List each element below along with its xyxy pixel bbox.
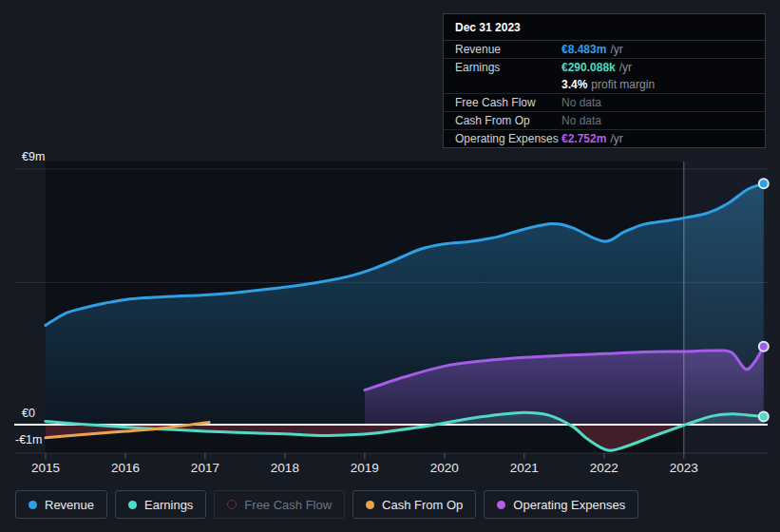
tooltip-suffix: /yr bbox=[610, 133, 622, 144]
tooltip-row-profit-margin: 3.4% profit margin bbox=[444, 76, 765, 93]
profit-margin-label: profit margin bbox=[591, 79, 655, 90]
tooltip-value: No data bbox=[561, 115, 601, 126]
chart-legend: Revenue Earnings Free Cash Flow Cash Fro… bbox=[15, 490, 638, 519]
tooltip-value: €2.752m bbox=[561, 133, 606, 144]
legend-label: Earnings bbox=[144, 498, 193, 512]
y-axis-label-bottom: -€1m bbox=[15, 433, 42, 446]
legend-label: Cash From Op bbox=[382, 498, 463, 512]
tooltip-value: €8.483m bbox=[561, 44, 606, 55]
tooltip-row-cash-from-op: Cash From Op No data bbox=[444, 111, 765, 129]
tooltip-date: Dec 31 2023 bbox=[444, 14, 765, 41]
legend-label: Free Cash Flow bbox=[244, 498, 332, 512]
x-axis-ticks bbox=[46, 453, 684, 459]
tooltip-suffix: /yr bbox=[610, 44, 622, 55]
tooltip-label: Cash From Op bbox=[455, 115, 561, 126]
x-axis-label: 2020 bbox=[430, 461, 459, 475]
tooltip-label: Operating Expenses bbox=[455, 133, 561, 144]
x-axis-label: 2015 bbox=[31, 461, 60, 475]
tooltip-row-free-cash-flow: Free Cash Flow No data bbox=[444, 93, 765, 111]
legend-item-revenue[interactable]: Revenue bbox=[15, 490, 107, 519]
tooltip-label: Revenue bbox=[455, 44, 561, 55]
legend-item-cash-from-op[interactable]: Cash From Op bbox=[352, 490, 476, 519]
operating-expenses-end-marker bbox=[759, 342, 769, 352]
cash-from-op-dot-icon bbox=[366, 501, 374, 509]
x-axis-label: 2021 bbox=[510, 461, 539, 475]
legend-label: Operating Expenses bbox=[513, 498, 625, 512]
x-axis-label: 2017 bbox=[191, 461, 219, 475]
earnings-revenue-chart-panel: €9m €0 -€1m 2015201620172018201920202021… bbox=[0, 0, 780, 532]
tooltip-value: €290.088k bbox=[561, 62, 616, 73]
legend-item-earnings[interactable]: Earnings bbox=[115, 490, 206, 519]
x-axis-label: 2018 bbox=[271, 461, 299, 475]
chart-tooltip: Dec 31 2023 Revenue €8.483m /yr Earnings… bbox=[443, 13, 766, 148]
y-axis-label-top: €9m bbox=[22, 150, 45, 163]
tooltip-suffix: /yr bbox=[619, 62, 632, 73]
earnings-end-marker bbox=[759, 411, 769, 421]
x-axis-label: 2022 bbox=[590, 461, 618, 475]
tooltip-row-revenue: Revenue €8.483m /yr bbox=[444, 41, 765, 58]
x-axis-label: 2019 bbox=[351, 461, 379, 475]
tooltip-row-operating-expenses: Operating Expenses €2.752m /yr bbox=[444, 129, 765, 147]
tooltip-label: Free Cash Flow bbox=[455, 97, 561, 108]
x-axis-label: 2016 bbox=[111, 461, 140, 475]
revenue-end-marker bbox=[759, 179, 769, 188]
tooltip-label: Earnings bbox=[455, 62, 561, 73]
legend-label: Revenue bbox=[45, 498, 94, 512]
y-axis-label-zero: €0 bbox=[22, 407, 35, 420]
legend-item-free-cash-flow[interactable]: Free Cash Flow bbox=[214, 490, 345, 519]
tooltip-row-earnings: Earnings €290.088k /yr bbox=[444, 58, 765, 76]
tooltip-value: No data bbox=[561, 97, 601, 108]
earnings-dot-icon bbox=[128, 501, 137, 509]
revenue-dot-icon bbox=[29, 501, 37, 509]
operating-expenses-dot-icon bbox=[497, 501, 505, 509]
legend-item-operating-expenses[interactable]: Operating Expenses bbox=[484, 490, 638, 519]
free-cash-flow-hollow-dot-icon bbox=[227, 500, 237, 509]
x-axis-label: 2023 bbox=[670, 461, 698, 475]
profit-margin-value: 3.4% bbox=[561, 79, 587, 90]
